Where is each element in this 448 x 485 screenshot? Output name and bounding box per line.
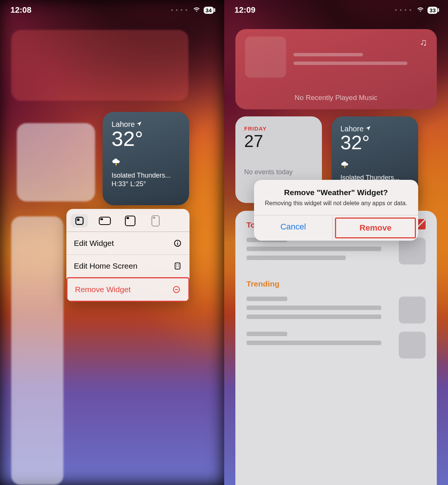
alert-dim-layer xyxy=(224,0,448,485)
size-small-icon[interactable] xyxy=(71,214,88,228)
status-time: 12:09 xyxy=(235,5,256,15)
weather-widget[interactable]: Lahore 32° Isolated Thunders... H:33° L:… xyxy=(103,112,189,205)
battery-icon: 33 xyxy=(427,7,438,14)
svg-point-15 xyxy=(178,266,179,267)
weather-condition: Isolated Thunders... xyxy=(112,172,180,179)
weather-temp: 32° xyxy=(112,128,180,150)
blurred-news-widget xyxy=(11,216,63,485)
menu-edit-home-screen[interactable]: Edit Home Screen xyxy=(66,254,189,277)
svg-rect-11 xyxy=(175,263,180,269)
alert-message: Removing this widget will not delete any… xyxy=(261,199,411,207)
minus-circle-icon xyxy=(172,285,181,294)
blurred-calendar-widget xyxy=(17,123,95,201)
svg-rect-1 xyxy=(77,219,80,221)
svg-point-13 xyxy=(178,265,179,265)
alert-cancel-button[interactable]: Cancel xyxy=(254,215,333,241)
menu-remove-widget-label: Remove Widget xyxy=(75,285,131,294)
menu-edit-home-label: Edit Home Screen xyxy=(74,262,137,270)
weather-high-low: H:33° L:25° xyxy=(112,180,180,188)
status-bar: 12:08 • • • • 34 xyxy=(0,0,224,20)
svg-rect-0 xyxy=(76,217,83,225)
blurred-music-widget xyxy=(11,30,188,101)
size-large-icon[interactable] xyxy=(122,214,139,228)
cellular-dots-icon: • • • • xyxy=(395,7,412,13)
size-xlarge-icon[interactable] xyxy=(147,214,164,228)
wifi-icon xyxy=(192,5,201,15)
size-medium-icon[interactable] xyxy=(96,214,113,228)
wifi-icon xyxy=(416,5,424,15)
alert-title: Remove "Weather" Widget? xyxy=(261,188,411,197)
menu-remove-widget[interactable]: Remove Widget xyxy=(66,277,189,302)
svg-point-10 xyxy=(177,241,178,242)
svg-rect-6 xyxy=(152,216,159,226)
status-time: 12:08 xyxy=(10,5,31,15)
battery-icon: 34 xyxy=(204,7,214,14)
status-bar: 12:09 • • • • 33 xyxy=(224,0,448,20)
svg-rect-3 xyxy=(100,218,103,220)
info-icon xyxy=(173,239,182,248)
svg-point-12 xyxy=(176,265,177,265)
menu-edit-widget-label: Edit Widget xyxy=(74,239,114,248)
svg-point-14 xyxy=(176,266,177,267)
widget-context-menu: Edit Widget Edit Home Screen Remove Widg… xyxy=(66,209,189,302)
screenshot-right: 12:09 • • • • 33 ♫ No Recently Played Mu… xyxy=(224,0,448,485)
cellular-dots-icon: • • • • xyxy=(171,7,188,13)
remove-widget-alert: Remove "Weather" Widget? Removing this w… xyxy=(254,180,419,241)
svg-rect-7 xyxy=(153,217,155,219)
apps-grid-icon xyxy=(173,262,182,270)
widget-size-row xyxy=(66,209,189,232)
screenshot-left: 12:08 • • • • 34 Lahore 32° Isolated Thu… xyxy=(0,0,224,485)
menu-edit-widget[interactable]: Edit Widget xyxy=(66,232,189,254)
thunder-icon xyxy=(112,157,180,169)
alert-remove-button[interactable]: Remove xyxy=(335,218,416,238)
svg-rect-5 xyxy=(126,217,129,219)
